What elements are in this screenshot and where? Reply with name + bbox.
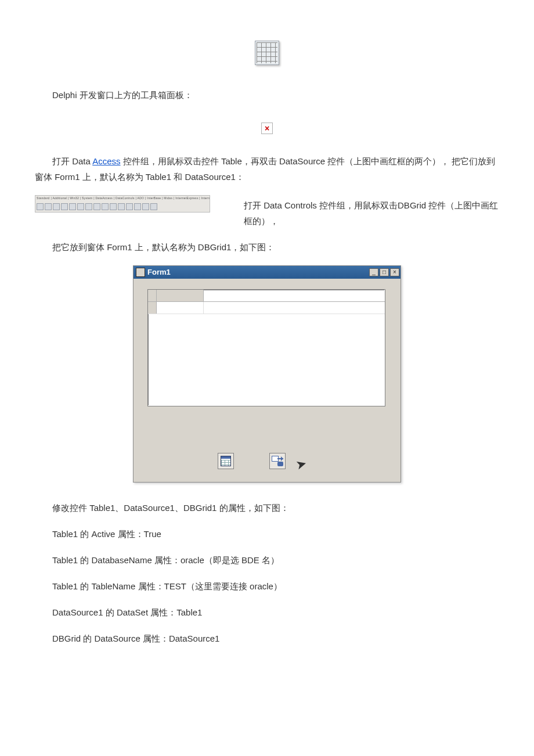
- maximize-button[interactable]: □: [380, 268, 389, 276]
- component-palette-strip: Standard | Additional | Win32 | System |…: [35, 195, 210, 213]
- dbgrid1[interactable]: [147, 289, 385, 406]
- prop-table1-databasename: Table1 的 DatabaseName 属性：oracle（即是选 BDE …: [35, 552, 499, 568]
- palette-tabs: Standard | Additional | Win32 | System |…: [35, 196, 210, 201]
- minimize-button[interactable]: _: [369, 268, 378, 276]
- table-icon: [221, 456, 231, 466]
- paragraph-place-dbgrid: 把它放到窗体 Form1 上，默认名称为 DBGrid1，如下图：: [35, 239, 499, 255]
- form1-title: Form1: [147, 265, 171, 279]
- form1-client-area[interactable]: ➤: [134, 279, 400, 482]
- prop-dbgrid-datasource: DBGrid 的 DataSource 属性：DataSource1: [35, 631, 499, 646]
- paragraph-modify-props: 修改控件 Table1、DataSource1、DBGrid1 的属性，如下图：: [35, 500, 499, 516]
- form1-app-icon: [136, 268, 145, 277]
- datasource-icon: [272, 456, 283, 466]
- close-button[interactable]: ×: [390, 268, 399, 276]
- mouse-cursor-icon: ➤: [293, 452, 309, 477]
- palette-icons: [37, 203, 208, 211]
- prop-datasource1-dataset: DataSource1 的 DataSet 属性：Table1: [35, 604, 499, 620]
- caption-toolbox: Delphi 开发窗口上方的工具箱面板：: [35, 87, 499, 103]
- text-before-link: 打开 Data: [52, 156, 92, 166]
- prop-table1-tablename: Table1 的 TableName 属性：TEST（这里需要连接 oracle…: [35, 578, 499, 594]
- paragraph-open-data-access: 打开 Data Access 控件组，用鼠标双击控件 Table，再双击 Dat…: [35, 153, 499, 185]
- datasource1-component-icon[interactable]: [269, 453, 286, 469]
- table1-component-icon[interactable]: [218, 453, 234, 469]
- broken-image-placeholder: ×: [261, 123, 273, 134]
- form1-designer: Form1 _ □ ×: [133, 265, 401, 483]
- component-palette-thumbnail: [255, 41, 279, 65]
- form1-titlebar: Form1 _ □ ×: [134, 266, 400, 279]
- prop-table1-active: Table1 的 Active 属性：True: [35, 526, 499, 542]
- access-link[interactable]: Access: [92, 156, 120, 166]
